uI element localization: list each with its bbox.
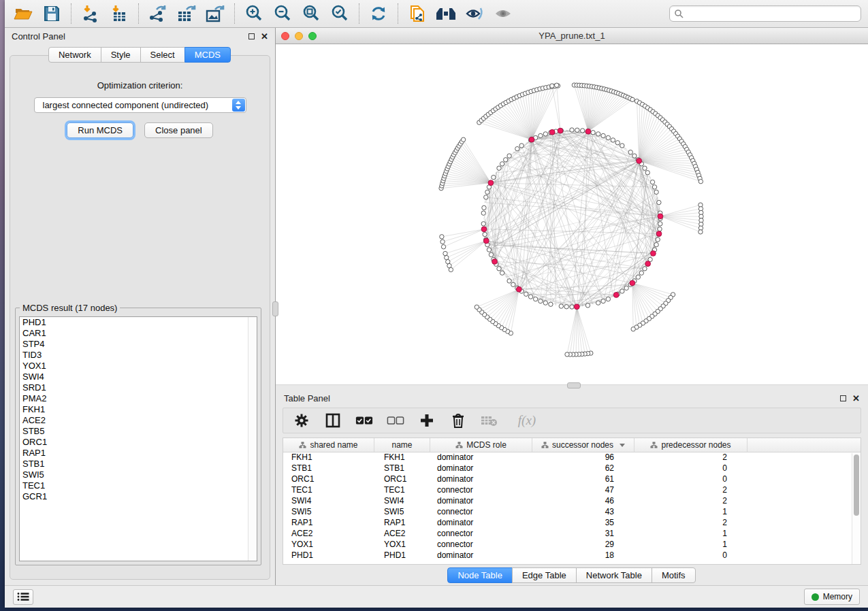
graph-node[interactable]: [515, 146, 519, 150]
graph-node[interactable]: [489, 252, 493, 257]
graph-mcds-node[interactable]: [492, 259, 498, 265]
mcds-result-item[interactable]: STB5: [20, 426, 257, 437]
mcds-result-item[interactable]: GCR1: [20, 491, 257, 502]
table-row[interactable]: SWI5SWI5connector431: [283, 507, 861, 518]
graph-mcds-node[interactable]: [650, 251, 656, 257]
tab-network[interactable]: Network: [48, 47, 101, 63]
graph-mcds-node[interactable]: [630, 280, 635, 286]
apply-layout-button[interactable]: [364, 1, 393, 26]
mcds-result-item[interactable]: YOX1: [20, 361, 257, 371]
graph-mcds-node[interactable]: [656, 231, 662, 237]
graph-node[interactable]: [539, 299, 543, 303]
graph-node[interactable]: [606, 135, 610, 139]
node-table-header[interactable]: shared namenameMCDS rolesuccessor nodesp…: [283, 438, 861, 452]
graph-mcds-node[interactable]: [645, 261, 651, 267]
column-header-shared-name[interactable]: shared name: [283, 438, 374, 452]
graph-node[interactable]: [658, 227, 662, 231]
table-row[interactable]: STB1STB1dominator620: [283, 463, 861, 474]
graph-node[interactable]: [611, 138, 615, 142]
graph-node[interactable]: [606, 297, 610, 301]
table-cell[interactable]: 2: [634, 518, 748, 529]
new-network-from-selection-button[interactable]: [403, 1, 432, 26]
tab-network-table[interactable]: Network Table: [576, 567, 652, 583]
horizontal-splitter[interactable]: [276, 384, 868, 390]
table-row[interactable]: FKH1FKH1dominator962: [283, 452, 861, 463]
mcds-result-item[interactable]: TEC1: [20, 480, 257, 491]
graph-node[interactable]: [624, 286, 628, 290]
create-column-button[interactable]: [418, 412, 436, 429]
graph-node[interactable]: [698, 230, 703, 234]
zoom-in-button[interactable]: [240, 1, 268, 26]
graph-node[interactable]: [643, 166, 647, 170]
table-cell[interactable]: ORC1: [283, 474, 374, 485]
table-cell[interactable]: 35: [532, 518, 634, 529]
graph-node[interactable]: [549, 302, 553, 306]
graph-node[interactable]: [539, 133, 543, 137]
graph-node[interactable]: [643, 267, 647, 271]
network-canvas[interactable]: [276, 44, 868, 384]
graph-node[interactable]: [511, 282, 515, 286]
graph-node[interactable]: [482, 205, 486, 210]
table-cell[interactable]: 0: [634, 474, 748, 485]
graph-node[interactable]: [447, 263, 451, 267]
table-row[interactable]: RAP1RAP1dominator352: [283, 518, 861, 529]
graph-node[interactable]: [596, 132, 600, 136]
float-panel-icon[interactable]: [248, 33, 255, 39]
graph-mcds-node[interactable]: [481, 227, 487, 232]
graph-node[interactable]: [620, 289, 624, 293]
table-row[interactable]: TEC1TEC1connector472: [283, 485, 861, 496]
import-network-button[interactable]: [76, 1, 105, 26]
table-cell[interactable]: 2: [634, 496, 748, 507]
table-cell[interactable]: TEC1: [283, 485, 374, 496]
column-header-MCDS-role[interactable]: MCDS role: [430, 438, 532, 452]
table-cell[interactable]: 62: [532, 463, 634, 474]
graph-node[interactable]: [575, 128, 579, 132]
graph-node[interactable]: [497, 166, 501, 170]
graph-mcds-node[interactable]: [574, 304, 579, 310]
mcds-result-item[interactable]: STB1: [20, 459, 257, 469]
table-cell[interactable]: 43: [532, 507, 634, 518]
graph-node[interactable]: [503, 158, 507, 162]
graph-node[interactable]: [497, 267, 501, 271]
table-cell[interactable]: FKH1: [283, 452, 374, 463]
graph-node[interactable]: [580, 129, 584, 133]
graph-node[interactable]: [657, 200, 661, 204]
graph-node[interactable]: [601, 299, 605, 303]
hide-selected-button[interactable]: [460, 1, 489, 26]
export-table-button[interactable]: [172, 1, 201, 26]
table-cell[interactable]: FKH1: [374, 452, 430, 463]
graph-node[interactable]: [570, 305, 574, 309]
graph-mcds-node[interactable]: [483, 238, 489, 244]
open-file-button[interactable]: [9, 1, 37, 26]
zoom-selected-button[interactable]: [325, 1, 354, 26]
mcds-result-item[interactable]: FKH1: [20, 404, 257, 415]
column-header-name[interactable]: name: [374, 438, 430, 452]
table-cell[interactable]: dominator: [430, 452, 532, 463]
graph-node[interactable]: [484, 195, 488, 199]
graph-node[interactable]: [559, 304, 563, 308]
graph-node[interactable]: [564, 305, 568, 309]
save-session-button[interactable]: [37, 1, 66, 26]
table-cell[interactable]: ORC1: [374, 474, 430, 485]
graph-node[interactable]: [445, 255, 449, 259]
close-panel-button[interactable]: Close panel: [144, 122, 213, 138]
table-cell[interactable]: 96: [532, 452, 634, 463]
graph-node[interactable]: [658, 222, 662, 226]
close-panel-icon[interactable]: ✕: [261, 32, 268, 41]
graph-node[interactable]: [636, 275, 640, 279]
run-mcds-button[interactable]: Run MCDS: [67, 122, 133, 138]
graph-node[interactable]: [591, 131, 595, 135]
graph-node[interactable]: [554, 83, 558, 87]
export-image-button[interactable]: [201, 1, 229, 26]
table-row[interactable]: YOX1YOX1connector291: [283, 540, 861, 550]
column-header-successor-nodes[interactable]: successor nodes: [532, 438, 634, 452]
node-table-body[interactable]: FKH1FKH1dominator962STB1STB1dominator620…: [283, 452, 861, 561]
mcds-result-item[interactable]: SWI5: [20, 469, 257, 480]
graph-node[interactable]: [524, 292, 528, 296]
table-cell[interactable]: 2: [634, 452, 748, 463]
table-cell[interactable]: dominator: [430, 496, 532, 507]
graph-node[interactable]: [620, 144, 624, 148]
mcds-result-item[interactable]: ACE2: [20, 415, 257, 426]
show-all-button[interactable]: [489, 1, 517, 26]
optimization-criterion-select[interactable]: largest connected component (undirected): [34, 97, 246, 113]
